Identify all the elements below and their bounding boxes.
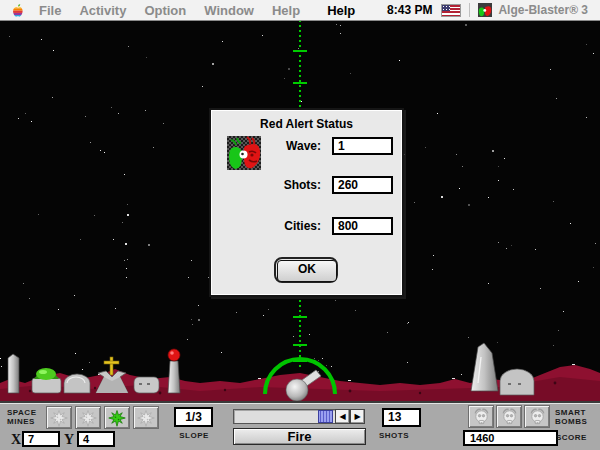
space-mine-button[interactable]	[75, 406, 101, 429]
smart-bomb-button[interactable]	[468, 405, 494, 428]
skull-icon	[472, 407, 491, 426]
score-label: SCORE	[556, 433, 587, 442]
dialog-row-wave: Wave: 1	[211, 137, 402, 155]
mine-icon	[50, 409, 68, 427]
menu-item-option[interactable]: Option	[144, 3, 186, 18]
mine-icon	[108, 409, 126, 427]
space-mine-button[interactable]	[46, 406, 72, 429]
targeting-tick	[293, 316, 307, 318]
x-coordinate-label: X	[11, 432, 21, 447]
slope-value: 1/3	[174, 407, 213, 427]
terrain-illustration	[0, 333, 600, 403]
targeting-tick	[293, 50, 307, 52]
fire-button[interactable]: Fire	[233, 428, 366, 445]
cities-value: 800	[332, 217, 393, 235]
dialog-row-shots: Shots: 260	[211, 176, 402, 194]
red-alert-status-dialog: Red Alert Status Wave: 1 Shot	[209, 108, 404, 297]
default-button-ring: OK	[274, 257, 338, 283]
menu-item-help[interactable]: Help	[272, 3, 300, 18]
city-x-station	[96, 357, 128, 393]
city-rocket	[168, 349, 180, 393]
slider-left-arrow-button[interactable]: ◀	[335, 409, 350, 424]
app-name: Alge-Blaster® 3	[498, 3, 588, 17]
city-right-bunker	[500, 369, 534, 395]
cities-label: Cities:	[251, 217, 321, 235]
slider-right-arrow-button[interactable]: ▶	[350, 409, 365, 424]
aim-slider-thumb[interactable]	[318, 410, 333, 423]
menu-item-help-active[interactable]: Help	[327, 3, 355, 18]
space-mine-button[interactable]	[104, 406, 130, 429]
shots-value: 260	[332, 176, 393, 194]
city-green-dome	[32, 368, 61, 393]
space-mines-label: SPACEMINES	[7, 408, 36, 426]
city-tower	[8, 354, 19, 393]
shots-remaining-label: SHOTS	[379, 431, 409, 440]
smart-bomb-button[interactable]	[496, 405, 522, 428]
city-spire	[471, 343, 498, 391]
menu-bar: File Activity Option Window Help Help 8:…	[0, 0, 600, 21]
shots-remaining-value: 13	[382, 408, 421, 427]
game-screen: File Activity Option Window Help Help 8:…	[0, 0, 600, 450]
score-value: 1460	[463, 430, 558, 446]
dialog-title: Red Alert Status	[211, 117, 402, 131]
skull-icon	[500, 407, 519, 426]
apple-menu[interactable]	[10, 3, 24, 18]
shots-label: Shots:	[251, 176, 321, 194]
menu-item-file[interactable]: File	[39, 3, 61, 18]
city-cylinder	[134, 377, 159, 393]
wave-label: Wave:	[251, 137, 321, 155]
hud-panel: SPACEMINES X 7	[0, 403, 600, 450]
y-coordinate-value: 4	[77, 431, 115, 447]
slope-label: SLOPE	[172, 431, 216, 440]
menu-clock: 8:43 PM	[387, 3, 432, 17]
targeting-tick	[293, 82, 307, 84]
wave-value: 1	[332, 137, 393, 155]
application-menu[interactable]: Alge-Blaster® 3	[478, 3, 588, 17]
smart-bombs-label: SMARTBOMBS	[555, 408, 587, 426]
y-coordinate-label: Y	[64, 432, 74, 447]
space-mine-button[interactable]	[133, 406, 159, 429]
mine-icon	[137, 409, 155, 427]
alge-blaster-icon	[478, 3, 492, 17]
menu-item-activity[interactable]: Activity	[79, 3, 126, 18]
city-bunkers	[64, 374, 90, 393]
aim-slider-track[interactable]	[233, 409, 337, 424]
turret-ball	[286, 379, 308, 401]
menu-divider	[469, 3, 470, 17]
mine-icon	[79, 409, 97, 427]
ok-button[interactable]: OK	[277, 260, 337, 282]
menu-item-window[interactable]: Window	[204, 3, 254, 18]
x-coordinate-value: 7	[22, 431, 60, 447]
dialog-row-cities: Cities: 800	[211, 217, 402, 235]
skull-icon	[528, 407, 547, 426]
us-flag-icon[interactable]	[442, 5, 460, 16]
apple-icon	[10, 3, 24, 18]
smart-bomb-button[interactable]	[524, 405, 550, 428]
